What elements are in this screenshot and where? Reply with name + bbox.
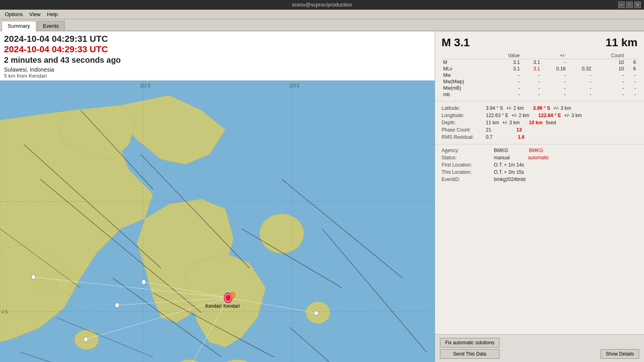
maximize-button[interactable]: □ [626, 2, 633, 8]
phase-val1: 21 [486, 127, 491, 133]
longitude-row: Longitude: 122.63 ° E +/- 2 km 122.64 ° … [442, 113, 638, 118]
left-buttons: Fix automatic solutions Send This Data [440, 338, 500, 359]
menubar: Options View Help [0, 10, 644, 19]
action-buttons: Fix automatic solutions Send This Data S… [435, 334, 644, 362]
agency-values: BMKG BMKG [494, 148, 543, 153]
depth-values: 11 km +/- 3 km 10 km fixed [486, 120, 556, 125]
first-location-label: First Location: [442, 162, 494, 168]
agency-val2: BMKG [529, 148, 543, 153]
tabbar: Summary Events [0, 19, 644, 31]
col-pm2 [567, 52, 593, 59]
table-row: MLv3.13.10.160.32106 [442, 66, 638, 72]
depth-extra: fixed [546, 120, 556, 125]
lat-val1: 3.94 ° S [486, 105, 503, 111]
table-row: Mw(Mwp)------ [442, 78, 638, 85]
table-row: mb------ [442, 91, 638, 98]
map-container[interactable]: 122 E 123 E 4 S [0, 80, 435, 362]
rms-val1: 0.7 [486, 134, 493, 140]
this-location-val: O.T. + 2m 15s [494, 169, 524, 175]
tab-events[interactable]: Events [37, 21, 65, 31]
mag-depth-row: M 3.1 11 km [442, 36, 638, 49]
status-val2: automatic [528, 155, 549, 160]
send-data-button[interactable]: Send This Data [440, 349, 500, 359]
latitude-label: Latitude: [442, 105, 486, 111]
longitude-label: Longitude: [442, 113, 486, 118]
minimize-button[interactable]: — [618, 2, 625, 8]
lat-val2: 3.99 ° S [533, 105, 550, 111]
event-time-ago: 2 minutes and 43 seconds ago [4, 56, 431, 65]
phase-count-values: 21 13 [486, 127, 522, 133]
agency-row: Agency: BMKG BMKG [442, 148, 638, 153]
event-time-primary: 2024-10-04 04:29:31 UTC [4, 34, 431, 44]
status-values: manual automatic [494, 155, 549, 160]
titlebar: scesv@scproc/production — □ ✕ [0, 0, 644, 10]
first-location-val: O.T. + 1m 14s [494, 162, 524, 168]
right-panel: M 3.1 11 km Value +/- Count [435, 31, 644, 362]
fix-automatic-button[interactable]: Fix automatic solutions [440, 338, 500, 348]
agency-label: Agency: [442, 148, 494, 153]
this-location-label: This Location: [442, 169, 494, 175]
longitude-values: 122.63 ° E +/- 2 km 122.64 ° E +/- 3 km [486, 113, 582, 118]
this-location-row: This Location: O.T. + 2m 15s [442, 169, 638, 175]
svg-text:Kendari: Kendari [205, 303, 222, 309]
svg-point-37 [142, 280, 146, 284]
phase-val2: 13 [516, 127, 522, 133]
latitude-values: 3.94 ° S +/- 2 km 3.99 ° S +/- 3 km [486, 105, 571, 111]
show-details-button[interactable]: Show Details [601, 349, 639, 359]
event-info: 2024-10-04 04:29:31 UTC 2024-10-04 04:29… [0, 31, 435, 80]
event-distance: 5 km from Kendari [4, 73, 431, 79]
status-row: Status: manual automatic [442, 155, 638, 160]
col-count2 [625, 52, 638, 59]
col-type [442, 52, 491, 59]
table-row: Mw------ [442, 72, 638, 78]
latitude-row: Latitude: 3.94 ° S +/- 2 km 3.99 ° S +/-… [442, 105, 638, 111]
first-location-row: First Location: O.T. + 1m 14s [442, 162, 638, 168]
col-value: Value [491, 52, 522, 59]
lon-pm1: +/- 2 km [512, 113, 529, 118]
phase-count-row: Phase Count: 21 13 [442, 127, 638, 133]
left-panel: 2024-10-04 04:29:31 UTC 2024-10-04 04:29… [0, 31, 435, 362]
svg-point-50 [230, 292, 235, 298]
status-val1: manual [494, 155, 510, 160]
svg-text:123 E: 123 E [289, 83, 299, 88]
lon-val1: 122.63 ° E [486, 113, 508, 118]
svg-text:Kendari: Kendari [223, 303, 240, 309]
magnitude-table: Value +/- Count M3.13.1-106MLv3.13.10.16… [442, 52, 638, 98]
menu-options[interactable]: Options [2, 10, 26, 18]
titlebar-controls: — □ ✕ [618, 2, 641, 8]
svg-point-7 [260, 214, 304, 253]
rms-values: 0.7 1.6 [486, 134, 524, 140]
event-id-val: bmkg2024tmld [494, 177, 526, 182]
depth-val1: 11 km [486, 120, 499, 125]
depth-val2: 10 km [529, 120, 543, 125]
lon-pm2: +/- 3 km [564, 113, 582, 118]
menu-view[interactable]: View [26, 10, 44, 18]
quake-summary: M 3.1 11 km Value +/- Count [435, 31, 644, 101]
phase-count-label: Phase Count: [442, 127, 486, 133]
event-region: Sulawesi, Indonesia [4, 66, 431, 73]
status-label: Status: [442, 155, 494, 160]
lon-val2: 122.64 ° E [539, 113, 561, 118]
depth-pm1: +/- 3 km [502, 120, 520, 125]
svg-point-49 [226, 295, 230, 300]
col-count: Count [593, 52, 625, 59]
magnitude-display: M 3.1 [442, 36, 470, 49]
svg-text:4 S: 4 S [2, 309, 8, 315]
main-content: 2024-10-04 04:29:31 UTC 2024-10-04 04:29… [0, 31, 644, 362]
agency-val1: BMKG [494, 148, 508, 153]
event-time-secondary: 2024-10-04 04:29:33 UTC [4, 44, 431, 55]
depth-label: Depth: [442, 120, 486, 125]
lat-pm1: +/- 2 km [506, 105, 524, 111]
tab-summary[interactable]: Summary [2, 21, 36, 31]
depth-row: Depth: 11 km +/- 3 km 10 km fixed [442, 120, 638, 125]
col-value2 [522, 52, 542, 59]
close-button[interactable]: ✕ [634, 2, 641, 8]
rms-val2: 1.6 [518, 134, 524, 140]
rms-residual-row: RMS Residual: 0.7 1.6 [442, 134, 638, 140]
rms-label: RMS Residual: [442, 134, 486, 140]
depth-display: 11 km [606, 36, 638, 49]
meta-table: Agency: BMKG BMKG Status: manual automat… [435, 144, 644, 334]
geo-table: Latitude: 3.94 ° S +/- 2 km 3.99 ° S +/-… [435, 101, 644, 144]
menu-help[interactable]: Help [44, 10, 61, 18]
event-id-row: EventID: bmkg2024tmld [442, 177, 638, 182]
